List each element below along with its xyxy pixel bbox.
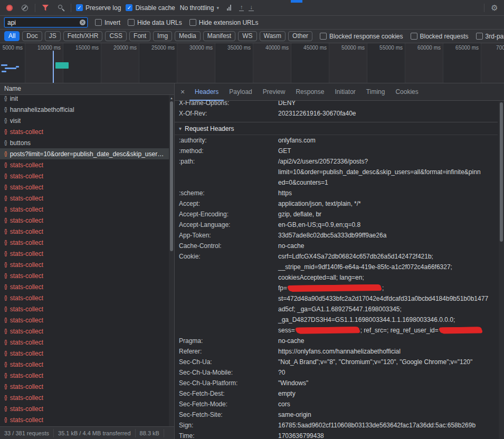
filter-input-wrap: × [4, 17, 88, 27]
header-value: no-cache [278, 241, 304, 251]
request-row[interactable]: {}stats-collect [0, 237, 169, 248]
details-scrollbar[interactable] [499, 101, 504, 439]
header-value: en-GB,en-US;q=0.9,en;q=0.8 [278, 219, 360, 230]
request-row[interactable]: {}stats-collect [0, 159, 169, 170]
timeline-tick: 15000 ms [63, 43, 101, 83]
request-row[interactable]: {}stats-collect [0, 292, 169, 303]
request-row[interactable]: {}stats-collect [0, 226, 169, 237]
waterfall-bar [5, 68, 16, 69]
tab-preview[interactable]: Preview [258, 83, 291, 101]
type-filter-all[interactable]: All [4, 31, 20, 41]
settings-button[interactable]: ⚙ [489, 2, 500, 14]
type-filter-manifest[interactable]: Manifest [203, 31, 235, 41]
type-filter-ws[interactable]: WS [238, 31, 256, 41]
type-filter-other[interactable]: Other [288, 31, 312, 41]
name-column-header[interactable]: Name [0, 83, 174, 95]
request-row[interactable]: {}visit [0, 115, 169, 126]
tab-cookies[interactable]: Cookies [390, 83, 423, 101]
timeline-tick: 50000 ms [329, 43, 367, 83]
request-row[interactable]: {}stats-collect [0, 326, 169, 337]
request-name: stats-collect [10, 405, 43, 413]
header-row: Sec-Ch-Ua-Mobile:?0 [175, 367, 498, 378]
request-name: stats-collect [10, 128, 43, 136]
blocked-requests-checkbox[interactable]: Blocked requests [411, 33, 469, 40]
type-filter-media[interactable]: Media [175, 31, 201, 41]
request-name: stats-collect [10, 195, 43, 202]
request-row[interactable]: {}posts?limit=10&order=publish_date_desc… [0, 148, 169, 159]
preserve-log-checkbox[interactable]: ✓ Preserve log [76, 4, 121, 12]
request-row[interactable]: {}stats-collect [0, 215, 169, 226]
request-row[interactable]: {}stats-collect [0, 370, 169, 381]
request-row[interactable]: {}stats-collect [0, 392, 169, 403]
scrollbar-thumb[interactable] [170, 101, 173, 251]
tab-payload[interactable]: Payload [224, 83, 257, 101]
script-resource-icon: {} [4, 96, 7, 101]
type-filter-wasm[interactable]: Wasm [260, 31, 286, 41]
request-row[interactable]: {}stats-collect [0, 348, 169, 359]
record-button[interactable] [4, 2, 15, 14]
blocked-response-cookies-checkbox[interactable]: Blocked response cookies [320, 33, 403, 40]
request-row[interactable]: {}stats-collect [0, 182, 169, 193]
type-filter-fetch-xhr[interactable]: Fetch/XHR [63, 31, 103, 41]
throttling-dropdown[interactable]: No throttling ▾ [180, 4, 219, 12]
clear-button[interactable] [20, 2, 30, 14]
request-row[interactable]: {}stats-collect [0, 270, 169, 281]
request-row[interactable]: {}stats-collect [0, 381, 169, 392]
redaction-scribble [440, 327, 482, 333]
scroll-up-icon[interactable]: ▴ [169, 96, 174, 100]
close-icon[interactable]: × [176, 88, 189, 96]
request-row[interactable]: {}stats-collect [0, 414, 169, 425]
hide-data-urls-checkbox[interactable]: Hide data URLs [128, 19, 182, 26]
header-row: Sign:16785:5aad9602cf110608b03133de56364… [175, 420, 498, 431]
request-row[interactable]: {}stats-collect [0, 193, 169, 204]
timeline-overview[interactable]: 5000 ms10000 ms15000 ms20000 ms25000 ms3… [0, 43, 504, 83]
header-name: App-Token: [175, 230, 278, 241]
filter-toggle-button[interactable] [40, 2, 51, 14]
request-row[interactable]: {}init [0, 95, 169, 104]
type-filter-doc[interactable]: Doc [22, 31, 42, 41]
timeline-tick: 25000 ms [139, 43, 177, 83]
header-value: no-cache [278, 336, 304, 346]
import-har-button[interactable]: ↑ [239, 4, 244, 11]
hide-extension-urls-checkbox[interactable]: Hide extension URLs [189, 19, 259, 26]
script-resource-icon: {} [4, 306, 7, 312]
request-row[interactable]: {}stats-collect [0, 337, 169, 348]
request-row[interactable]: {}stats-collect [0, 126, 169, 137]
waterfall-bar [16, 66, 19, 68]
request-row[interactable]: {}stats-collect [0, 303, 169, 314]
type-filter-img[interactable]: Img [153, 31, 172, 41]
type-filter-font[interactable]: Font [129, 31, 150, 41]
tab-headers[interactable]: Headers [189, 83, 224, 101]
gear-icon: ⚙ [491, 4, 498, 12]
scrollbar-thumb[interactable] [500, 102, 503, 242]
filter-input[interactable] [4, 17, 88, 27]
invert-checkbox[interactable]: Invert [95, 19, 120, 26]
tab-response[interactable]: Response [290, 83, 329, 101]
export-har-button[interactable]: ↓ [249, 4, 254, 11]
request-row[interactable]: {}stats-collect [0, 248, 169, 259]
request-row[interactable]: {}hannahelizabethofficial [0, 104, 169, 115]
search-button[interactable] [55, 2, 66, 14]
timeline-tick: 40000 ms [253, 43, 291, 83]
type-filter-css[interactable]: CSS [105, 31, 127, 41]
request-row[interactable]: {}stats-collect [0, 259, 169, 270]
request-row[interactable]: {}stats-collect [0, 359, 169, 370]
disable-cache-checkbox[interactable]: ✓ Disable cache [126, 4, 175, 12]
type-filter-js[interactable]: JS [45, 31, 61, 41]
request-row[interactable]: {}buttons [0, 137, 169, 148]
request-row[interactable]: {}stats-collect [0, 204, 169, 215]
request-name: stats-collect [10, 239, 43, 246]
request-list-scrollbar[interactable]: ▴ [169, 95, 174, 426]
request-row[interactable]: {}stats-collect [0, 170, 169, 182]
script-resource-icon: {} [4, 251, 7, 256]
request-row[interactable]: {}stats-collect [0, 314, 169, 326]
request-row[interactable]: {}stats-collect [0, 403, 169, 414]
tab-initiator[interactable]: Initiator [329, 83, 360, 101]
request-name: stats-collect [10, 306, 43, 313]
request-headers-section[interactable]: ▾ Request Headers [175, 122, 498, 135]
third-party-requests-checkbox[interactable]: 3rd-party requests [476, 33, 504, 40]
clear-filter-icon[interactable]: × [80, 20, 85, 25]
network-conditions-button[interactable] [224, 2, 234, 14]
tab-timing[interactable]: Timing [361, 83, 391, 101]
request-row[interactable]: {}stats-collect [0, 281, 169, 292]
